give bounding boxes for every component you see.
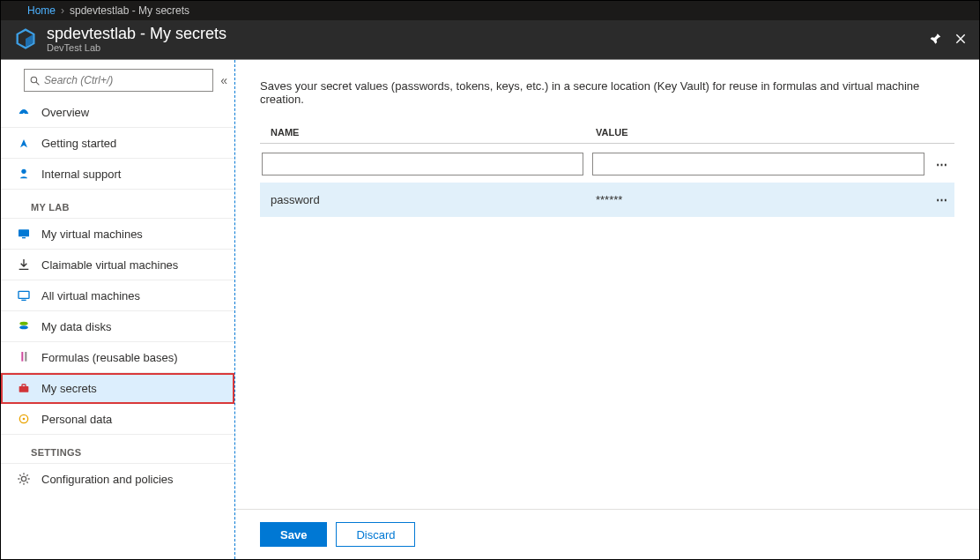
svg-point-3 [21, 169, 26, 174]
chevron-right-icon: › [61, 4, 64, 17]
sidebar-item-label: My secrets [41, 382, 97, 395]
sidebar-item-internal-support[interactable]: Internal support [1, 159, 234, 190]
page-title: spdevtestlab - My secrets [47, 25, 917, 42]
svg-line-1 [36, 82, 39, 85]
pin-icon[interactable] [930, 33, 942, 45]
sidebar-item-label: My virtual machines [41, 228, 143, 241]
sidebar-item-config-policies[interactable]: Configuration and policies [1, 464, 234, 494]
sidebar-search[interactable] [24, 69, 213, 92]
new-secret-name-input[interactable] [262, 153, 583, 175]
svg-point-8 [19, 322, 27, 325]
sidebar-item-overview[interactable]: Overview [1, 97, 234, 128]
sidebar-item-my-vms[interactable]: My virtual machines [1, 219, 234, 250]
sidebar-item-data-disks[interactable]: My data disks [1, 311, 234, 342]
secrets-table: NAME VALUE ⋯ password ****** ⋯ [260, 122, 954, 217]
sidebar-item-getting-started[interactable]: Getting started [1, 128, 234, 159]
breadcrumb: Home › spdevtestlab - My secrets [1, 1, 979, 20]
svg-rect-4 [19, 229, 29, 236]
secret-value: ****** [592, 193, 928, 206]
svg-point-0 [31, 77, 37, 83]
briefcase-icon [17, 381, 31, 395]
devtestlab-icon [13, 26, 38, 51]
disks-icon [17, 319, 31, 333]
search-icon [25, 75, 44, 86]
new-secret-row: ⋯ [260, 147, 954, 181]
sidebar-item-all-vms[interactable]: All virtual machines [1, 280, 234, 311]
sidebar-item-personal-data[interactable]: Personal data [1, 404, 234, 435]
breadcrumb-home[interactable]: Home [27, 4, 56, 17]
sidebar-item-label: Internal support [41, 168, 121, 181]
blade-header: spdevtestlab - My secrets DevTest Lab [1, 20, 979, 59]
secret-name: password [260, 193, 592, 206]
personal-data-icon [17, 412, 31, 426]
svg-point-9 [19, 325, 27, 329]
sidebar-item-label: Getting started [41, 137, 116, 150]
row-more-icon[interactable]: ⋯ [928, 193, 954, 206]
sidebar-item-label: Personal data [41, 413, 112, 426]
row-more-icon[interactable]: ⋯ [928, 158, 954, 171]
footer-actions: Save Discard [235, 509, 979, 559]
page-subtitle: DevTest Lab [47, 42, 917, 53]
sidebar-item-label: My data disks [41, 320, 111, 333]
sidebar-item-label: Overview [41, 106, 89, 119]
sidebar-item-label: Configuration and policies [41, 473, 174, 486]
sidebar-group-mylab: MY LAB [1, 190, 234, 219]
svg-rect-11 [25, 352, 26, 362]
svg-rect-5 [22, 237, 26, 238]
flask-icon [17, 350, 31, 364]
close-icon[interactable] [954, 33, 967, 45]
svg-rect-10 [21, 352, 23, 362]
monitor-icon [17, 288, 31, 302]
svg-point-15 [23, 418, 26, 421]
svg-point-2 [23, 113, 26, 116]
secret-row[interactable]: password ****** ⋯ [260, 183, 954, 217]
overview-icon [17, 105, 31, 119]
sidebar-item-formulas[interactable]: Formulas (reusable bases) [1, 342, 234, 373]
breadcrumb-current: spdevtestlab - My secrets [70, 4, 189, 17]
sidebar-item-label: Formulas (reusable bases) [41, 351, 178, 364]
column-header-name[interactable]: NAME [260, 127, 592, 138]
sidebar-group-settings: SETTINGS [1, 435, 234, 464]
svg-rect-6 [19, 291, 29, 298]
support-icon [17, 167, 31, 181]
gear-icon [17, 472, 31, 486]
description-text: Saves your secret values (passwords, tok… [260, 79, 954, 106]
sidebar-item-my-secrets[interactable]: My secrets [1, 373, 234, 404]
svg-rect-13 [22, 385, 26, 387]
sidebar: « Overview Getting started Internal supp… [1, 60, 235, 559]
save-button[interactable]: Save [260, 522, 327, 547]
sidebar-item-label: All virtual machines [41, 289, 140, 302]
sidebar-item-label: Claimable virtual machines [41, 258, 178, 272]
main-panel: Saves your secret values (passwords, tok… [235, 60, 979, 559]
rocket-icon [17, 136, 31, 150]
svg-point-16 [21, 476, 26, 481]
new-secret-value-input[interactable] [592, 153, 924, 175]
search-input[interactable] [44, 70, 212, 91]
discard-button[interactable]: Discard [336, 522, 415, 547]
download-icon [17, 258, 31, 272]
sidebar-item-claimable-vms[interactable]: Claimable virtual machines [1, 250, 234, 280]
column-header-value[interactable]: VALUE [592, 127, 923, 138]
vm-icon [17, 227, 31, 241]
collapse-sidebar-icon[interactable]: « [220, 73, 227, 87]
